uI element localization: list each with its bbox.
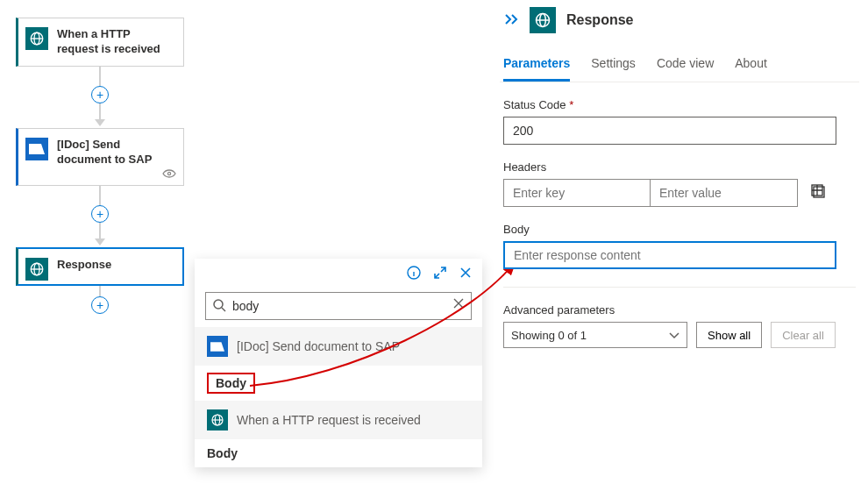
globe-icon — [207, 409, 228, 431]
status-code-label: Status Code * — [503, 98, 856, 111]
connector-line — [99, 223, 101, 238]
action-config-panel: Response Parameters Settings Code view A… — [500, 2, 859, 348]
content-group-http[interactable]: When a HTTP request is received — [195, 401, 482, 439]
show-all-button[interactable]: Show all — [696, 322, 762, 348]
add-step-button[interactable]: + — [91, 86, 109, 103]
node-label: Response — [57, 258, 111, 273]
info-icon[interactable] — [407, 266, 421, 283]
header-key-input[interactable] — [503, 179, 651, 207]
clear-search-icon[interactable] — [452, 297, 465, 313]
close-icon[interactable] — [459, 267, 472, 282]
group-label: [IDoc] Send document to SAP — [237, 339, 400, 353]
expand-icon[interactable] — [433, 266, 447, 283]
content-item-body-http[interactable]: Body — [195, 439, 482, 467]
chevron-down-icon — [669, 329, 679, 342]
node-response[interactable]: Response — [16, 247, 184, 286]
arrowhead-icon — [95, 119, 105, 126]
content-item-body-sap[interactable]: Body — [195, 366, 482, 401]
panel-tabs: Parameters Settings Code view About — [500, 47, 859, 82]
add-step-button[interactable]: + — [91, 296, 109, 314]
dynamic-content-popup: [IDoc] Send document to SAP Body When a … — [195, 259, 482, 467]
headers-label: Headers — [503, 160, 856, 174]
sap-icon — [25, 138, 48, 160]
divider — [503, 287, 856, 288]
sap-icon — [207, 336, 228, 357]
globe-icon — [530, 7, 556, 33]
add-step-button[interactable]: + — [91, 205, 109, 223]
search-input[interactable] — [205, 292, 472, 320]
header-value-input[interactable] — [651, 179, 798, 207]
panel-title: Response — [566, 12, 633, 28]
table-mode-icon[interactable] — [810, 183, 826, 203]
globe-icon — [25, 27, 48, 50]
highlighted-body-item: Body — [207, 373, 255, 394]
tab-about[interactable]: About — [735, 56, 767, 82]
node-http-request[interactable]: When a HTTP request is received — [16, 18, 184, 67]
connector-line — [99, 186, 101, 205]
advanced-params-label: Advanced parameters — [503, 303, 856, 317]
globe-icon — [25, 258, 48, 281]
node-label: When a HTTP request is received — [57, 27, 174, 57]
eye-icon — [162, 166, 176, 181]
svg-point-2 — [167, 172, 170, 174]
content-group-sap[interactable]: [IDoc] Send document to SAP — [195, 327, 482, 366]
connector-line — [99, 103, 101, 119]
connector-line — [99, 286, 101, 296]
node-label: [IDoc] Send document to SAP — [57, 138, 174, 167]
node-sap-idoc[interactable]: [IDoc] Send document to SAP — [16, 128, 184, 186]
search-icon — [212, 298, 226, 316]
svg-point-6 — [214, 300, 223, 309]
connector-line — [99, 67, 101, 86]
group-label: When a HTTP request is received — [237, 413, 421, 427]
body-input[interactable] — [503, 241, 836, 269]
clear-all-button: Clear all — [771, 322, 836, 348]
body-label: Body — [503, 223, 856, 236]
tab-code-view[interactable]: Code view — [657, 56, 714, 82]
tab-parameters[interactable]: Parameters — [503, 56, 570, 82]
advanced-params-select[interactable]: Showing 0 of 1 — [503, 322, 687, 348]
arrowhead-icon — [95, 238, 105, 246]
status-code-input[interactable] — [503, 117, 836, 145]
search-input-wrap — [205, 292, 472, 320]
collapse-panel-icon[interactable] — [503, 11, 519, 30]
tab-settings[interactable]: Settings — [591, 56, 636, 82]
